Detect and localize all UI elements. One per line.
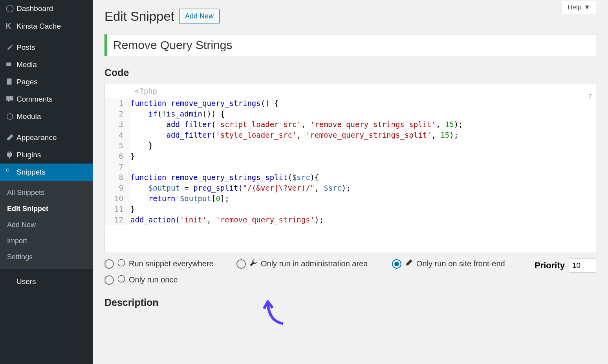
caret-down-icon: ▼ <box>584 4 590 11</box>
brush-icon <box>5 133 16 142</box>
priority-input[interactable] <box>569 258 596 273</box>
svg-point-7 <box>118 259 125 266</box>
submenu-item-add-new[interactable]: Add New <box>0 217 93 233</box>
line-number: 5 <box>105 140 130 151</box>
sidebar-item-pages[interactable]: Pages <box>0 73 93 91</box>
radio-icon <box>104 275 114 285</box>
svg-rect-1 <box>6 63 11 66</box>
scope-options: Run snippet everywhereOnly run in admini… <box>104 258 523 285</box>
line-number: 9 <box>105 183 130 193</box>
sidebar-item-label: Modula <box>16 112 41 121</box>
sidebar-item-comments[interactable]: Comments <box>0 91 93 108</box>
admin-sidebar: DashboardKKinsta CachePostsMediaPagesCom… <box>0 0 93 364</box>
sidebar-item-appearance[interactable]: Appearance <box>0 129 93 146</box>
code-text: if(!is_admin()) { <box>130 109 596 119</box>
help-tab[interactable]: Help ▼ <box>562 1 596 14</box>
code-line: 10 return $output[0]; <box>105 193 596 204</box>
sidebar-item-label: Kinsta Cache <box>16 22 61 31</box>
code-line: 4 add_filter('style_loader_src', 'remove… <box>105 130 596 140</box>
sidebar-item-label: Pages <box>16 78 38 86</box>
plug-icon <box>5 151 16 159</box>
wrench-icon <box>249 258 258 269</box>
priority-label: Priority <box>535 260 565 271</box>
line-number: 11 <box>105 204 130 215</box>
code-text: function remove_query_strings() { <box>130 98 596 109</box>
line-number: 12 <box>105 215 130 225</box>
svg-rect-2 <box>7 78 11 84</box>
submenu-item-settings[interactable]: Settings <box>0 249 93 265</box>
modula-icon <box>5 112 16 121</box>
clock-icon <box>117 275 126 285</box>
line-number: 7 <box>105 162 130 172</box>
sidebar-item-posts[interactable]: Posts <box>0 39 93 56</box>
code-line: 3 add_filter('script_loader_src', 'remov… <box>105 119 596 130</box>
svg-point-4 <box>6 169 9 171</box>
code-editor[interactable]: ? <?php 1function remove_query_strings()… <box>104 84 596 253</box>
code-text: } <box>130 140 596 151</box>
code-text <box>130 162 596 172</box>
code-line: 5 } <box>105 140 596 151</box>
add-new-button[interactable]: Add New <box>179 9 220 24</box>
line-number: 8 <box>105 172 130 183</box>
globe-icon <box>117 258 126 269</box>
sidebar-item-snippets[interactable]: Snippets <box>0 164 93 181</box>
radio-icon <box>236 259 246 269</box>
line-number: 4 <box>105 130 130 140</box>
scope-label: Only run in administration area <box>261 259 368 268</box>
code-text: } <box>130 151 596 162</box>
page-title: Edit Snippet <box>104 9 174 24</box>
code-section-heading: Code <box>104 67 596 78</box>
sidebar-item-label: Media <box>16 60 37 69</box>
code-line: 6} <box>105 151 596 162</box>
sidebar-item-label: Appearance <box>16 133 57 142</box>
scope-label: Run snippet everywhere <box>129 259 214 268</box>
code-text: return $output[0]; <box>130 193 596 204</box>
code-line: 8function remove_query_strings_split($sr… <box>105 172 596 183</box>
snippet-title-input[interactable] <box>113 38 590 52</box>
comments-icon <box>5 95 16 104</box>
code-text: $output = preg_split("/(&ver|\?ver)/", $… <box>130 183 596 193</box>
code-text: add_filter('style_loader_src', 'remove_q… <box>130 130 596 140</box>
code-intro: <?php <box>105 84 596 98</box>
line-number: 10 <box>105 193 130 204</box>
sidebar-item-users[interactable]: Users <box>0 273 93 290</box>
scope-everywhere[interactable]: Run snippet everywhere <box>104 258 222 269</box>
pages-icon <box>5 78 16 86</box>
scope-label: Only run on site front-end <box>416 259 505 268</box>
code-line: 11} <box>105 204 596 215</box>
dashboard-icon <box>5 4 16 13</box>
sidebar-item-label: Dashboard <box>16 4 53 13</box>
code-help-icon[interactable]: ? <box>588 93 592 100</box>
scope-once[interactable]: Only run once <box>104 275 246 285</box>
sidebar-item-label: Users <box>16 277 36 286</box>
submenu-item-all-snippets[interactable]: All Snippets <box>0 185 93 201</box>
line-number: 2 <box>105 109 130 119</box>
code-line: 2 if(!is_admin()) { <box>105 109 596 119</box>
line-number: 3 <box>105 119 130 130</box>
submenu-item-import[interactable]: Import <box>0 233 93 249</box>
snippet-title-wrap <box>104 34 596 56</box>
media-icon <box>5 60 16 69</box>
code-text: } <box>130 204 596 215</box>
submenu-item-edit-snippet[interactable]: Edit Snippet <box>0 201 93 217</box>
code-text: add_action('init', 'remove_query_strings… <box>130 215 596 225</box>
code-text: function remove_query_strings_split($src… <box>130 172 596 183</box>
brush-icon <box>405 258 413 269</box>
sidebar-item-kinsta-cache[interactable]: KKinsta Cache <box>0 17 93 35</box>
scope-admin[interactable]: Only run in administration area <box>236 258 378 269</box>
code-line: 1function remove_query_strings() { <box>105 98 596 109</box>
main-content: Help ▼ Edit Snippet Add New Code ? <?php… <box>93 0 608 364</box>
pin-icon <box>5 43 16 52</box>
sidebar-item-dashboard[interactable]: Dashboard <box>0 0 93 17</box>
svg-point-9 <box>118 275 125 282</box>
scope-label: Only run once <box>129 275 178 284</box>
sidebar-item-plugins[interactable]: Plugins <box>0 146 93 164</box>
scope-frontend[interactable]: Only run on site front-end <box>392 258 510 269</box>
snippets-submenu: All SnippetsEdit SnippetAdd NewImportSet… <box>0 181 93 269</box>
sidebar-item-modula[interactable]: Modula <box>0 108 93 125</box>
sidebar-item-media[interactable]: Media <box>0 56 93 73</box>
scissors-icon <box>5 168 16 177</box>
code-text: add_filter('script_loader_src', 'remove_… <box>130 119 596 130</box>
kinsta-icon: K <box>5 22 16 31</box>
line-number: 1 <box>105 98 130 109</box>
